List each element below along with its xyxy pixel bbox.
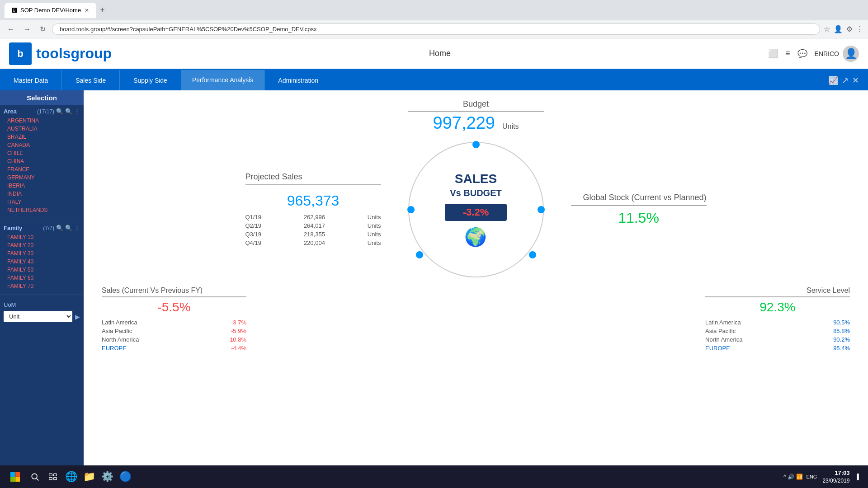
- sidebar-area-item[interactable]: CHINA: [4, 157, 80, 165]
- projected-sales-title: Projected Sales: [245, 172, 381, 185]
- cursor-icon[interactable]: ↗: [842, 75, 849, 85]
- table-row: Q2/19 264,017 Units: [245, 221, 381, 230]
- hamburger-button[interactable]: ≡: [785, 49, 790, 58]
- sidebar-family-item[interactable]: FAMILY 70: [4, 282, 80, 290]
- sidebar-family-item[interactable]: FAMILY 40: [4, 258, 80, 266]
- family-more-icon[interactable]: ⋮: [74, 225, 80, 231]
- header-user[interactable]: ENRICO 👤: [815, 46, 859, 62]
- family-search-icon[interactable]: 🔍: [56, 225, 63, 231]
- uom-arrow-icon[interactable]: ▶: [75, 313, 80, 320]
- chat-button[interactable]: 💬: [797, 49, 807, 59]
- table-row: EUROPE -4.4%: [102, 344, 246, 352]
- quarter-label: Q4/19: [245, 239, 261, 246]
- sidebar-family-item[interactable]: FAMILY 10: [4, 233, 80, 241]
- service-level-table: Latin America 90.5%Asia Pacific 85.8%Nor…: [705, 318, 850, 352]
- sales-prev-fy-panel: Sales (Current Vs Previous FY) -5.5% Lat…: [102, 286, 246, 352]
- url-bar[interactable]: [52, 23, 820, 35]
- taskbar-clock: 17:03 23/09/2019: [822, 469, 849, 485]
- taskbar-settings-icon[interactable]: ⚙️: [99, 469, 115, 485]
- region-label: EUROPE: [102, 345, 127, 352]
- nav-administration[interactable]: Administration: [264, 70, 332, 90]
- quarter-value: 262,996: [304, 214, 325, 221]
- header-home-link[interactable]: Home: [429, 49, 451, 58]
- svg-rect-6: [49, 474, 52, 476]
- system-tray: ^ 🔊 📶 ENG: [783, 474, 817, 480]
- chart-icon[interactable]: 📈: [828, 75, 838, 85]
- extensions-button[interactable]: ⚙: [846, 25, 853, 33]
- new-tab-button[interactable]: +: [100, 5, 105, 15]
- sidebar-family-header: Family (7/7) 🔍 🔍 ⋮: [4, 225, 80, 231]
- family-count: (7/7): [43, 225, 54, 231]
- close-nav-icon[interactable]: ✕: [852, 75, 859, 85]
- window-icon-button[interactable]: ⬜: [768, 49, 778, 59]
- taskbar-taskview-icon[interactable]: [45, 469, 61, 485]
- sidebar-area-item[interactable]: BRAZIL: [4, 133, 80, 141]
- area-search-icon[interactable]: 🔍: [56, 108, 63, 115]
- dot-bottom-right: [529, 251, 536, 258]
- nav-bar: Master Data Sales Side Supply Side Perfo…: [0, 70, 868, 90]
- sidebar-area-item[interactable]: INDIA: [4, 190, 80, 198]
- nav-sales-side[interactable]: Sales Side: [62, 70, 120, 90]
- start-button[interactable]: [5, 468, 25, 486]
- user-name: ENRICO: [815, 50, 839, 57]
- area-more-icon[interactable]: ⋮: [74, 108, 80, 115]
- sl-region-label: Latin America: [705, 319, 741, 326]
- sidebar-area-header: Area (17/17) 🔍 🔍 ⋮: [4, 108, 80, 115]
- sidebar-area-item[interactable]: IBERIA: [4, 182, 80, 190]
- globe-icon: 🌍: [464, 226, 487, 248]
- sidebar-area-item[interactable]: ITALY: [4, 198, 80, 206]
- nav-supply-side[interactable]: Supply Side: [120, 70, 181, 90]
- sidebar-area-item[interactable]: FRANCE: [4, 165, 80, 174]
- bookmark-button[interactable]: ☆: [824, 25, 830, 33]
- area-filter-icon[interactable]: 🔍: [65, 108, 72, 115]
- circle-outer: SALES Vs BUDGET -3.2% 🌍: [408, 142, 544, 277]
- quarter-value: 264,017: [304, 222, 325, 229]
- browser-tab[interactable]: 🅱 SOP Demo DEV\Home ✕: [5, 3, 96, 18]
- back-button[interactable]: ←: [5, 23, 17, 35]
- sidebar-family-item[interactable]: FAMILY 20: [4, 241, 80, 249]
- sidebar-area-item[interactable]: NETHERLANDS: [4, 206, 80, 214]
- nav-master-data[interactable]: Master Data: [0, 70, 62, 90]
- circle-container: SALES Vs BUDGET -3.2% 🌍: [408, 142, 544, 277]
- logo-tools: tools: [36, 45, 71, 61]
- taskbar-chrome-icon[interactable]: 🔵: [117, 469, 133, 485]
- quarter-label: Q2/19: [245, 222, 261, 229]
- circle-percent-badge: -3.2%: [445, 204, 507, 221]
- tab-close-button[interactable]: ✕: [85, 7, 89, 14]
- region-value: -5.9%: [231, 328, 246, 334]
- forward-button[interactable]: →: [21, 23, 33, 35]
- taskbar-search-icon[interactable]: [27, 469, 43, 485]
- svg-rect-7: [54, 474, 57, 476]
- logo-group: group: [71, 45, 112, 61]
- dot-right: [538, 206, 545, 213]
- reload-button[interactable]: ↻: [37, 23, 48, 35]
- menu-button[interactable]: ⋮: [856, 25, 863, 33]
- budget-unit: Units: [502, 122, 519, 131]
- sidebar-family-item[interactable]: FAMILY 60: [4, 274, 80, 282]
- sidebar-family-item[interactable]: FAMILY 50: [4, 266, 80, 274]
- show-desktop-button[interactable]: ▐: [855, 474, 859, 480]
- middle-section: Projected Sales 965,373 Q1/19 262,996 Un…: [102, 142, 850, 277]
- clock-date: 23/09/2019: [822, 477, 849, 485]
- area-title: Area: [4, 108, 17, 115]
- taskbar-explorer-icon[interactable]: 📁: [81, 469, 97, 485]
- profile-button[interactable]: 👤: [834, 25, 843, 33]
- sidebar-area-item[interactable]: ARGENTINA: [4, 117, 80, 125]
- sidebar-area-item[interactable]: GERMANY: [4, 174, 80, 182]
- sidebar-area-item[interactable]: CANADA: [4, 141, 80, 149]
- sidebar-area-item[interactable]: CHILE: [4, 149, 80, 157]
- taskbar-edge-icon[interactable]: 🌐: [63, 469, 79, 485]
- table-row: EUROPE 95.4%: [705, 344, 850, 352]
- nav-bar-right: 📈 ↗ ✕: [819, 70, 868, 90]
- svg-point-4: [32, 474, 37, 479]
- svg-rect-9: [54, 478, 57, 480]
- global-stock-title: Global Stock (Current vs Planned): [571, 193, 707, 206]
- sl-region-label: EUROPE: [705, 345, 730, 352]
- sidebar-area-item[interactable]: AUSTRALIA: [4, 125, 80, 133]
- sidebar-uom-section: UoM Unit Value ▶: [0, 298, 84, 326]
- nav-performance-analysis[interactable]: Performance Analysis: [181, 70, 264, 90]
- uom-select[interactable]: Unit Value: [4, 311, 72, 322]
- sales-prev-fy-value: -5.5%: [102, 300, 246, 314]
- sidebar-family-item[interactable]: FAMILY 30: [4, 249, 80, 258]
- family-filter-icon[interactable]: 🔍: [65, 225, 72, 231]
